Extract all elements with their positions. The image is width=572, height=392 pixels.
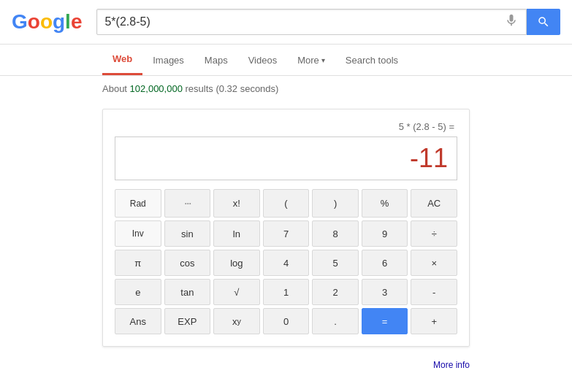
calculator-card: 5 * (2.8 - 5) = -11 Rad ··· x! ( ) % AC … [102, 109, 470, 347]
calc-btn-pi[interactable]: π [115, 250, 161, 276]
calc-btn-6[interactable]: 6 [362, 250, 408, 276]
calc-btn-menu[interactable]: ··· [164, 189, 211, 218]
calc-grid: Rad ··· x! ( ) % AC Inv sin ln 7 8 9 ÷ π… [115, 189, 457, 334]
chevron-down-icon: ▾ [321, 56, 325, 64]
calc-btn-sqrt[interactable]: √ [213, 279, 260, 305]
calc-btn-9[interactable]: 9 [362, 220, 408, 247]
google-logo[interactable]: G o o g l e [12, 10, 82, 34]
search-input[interactable] [104, 15, 498, 28]
more-info-link[interactable]: More info [0, 354, 572, 376]
logo-letter-o1: o [28, 10, 40, 34]
calc-expression: 5 * (2.8 - 5) = [115, 121, 457, 132]
calc-btn-8[interactable]: 8 [312, 220, 359, 247]
calc-btn-minus[interactable]: - [411, 279, 457, 305]
calc-btn-e[interactable]: e [115, 279, 161, 305]
calc-btn-7[interactable]: 7 [263, 220, 310, 247]
logo-letter-l: l [65, 10, 71, 34]
search-button[interactable] [527, 9, 560, 35]
calc-btn-exp[interactable]: EXP [164, 308, 211, 334]
more-label: More [297, 55, 319, 66]
logo-letter-g: G [12, 10, 28, 34]
calc-btn-inv[interactable]: Inv [115, 220, 161, 247]
microphone-icon[interactable] [504, 13, 519, 31]
tab-videos[interactable]: Videos [238, 46, 288, 74]
calc-btn-decimal[interactable]: . [312, 308, 359, 334]
tab-maps[interactable]: Maps [194, 46, 238, 74]
more-info-label: More info [433, 360, 470, 370]
calc-btn-power[interactable]: xy [213, 308, 260, 334]
calc-btn-tan[interactable]: tan [164, 279, 211, 305]
calc-btn-3[interactable]: 3 [362, 279, 408, 305]
results-count: 102,000,000 [130, 83, 183, 94]
tab-search-tools[interactable]: Search tools [335, 46, 408, 74]
calc-btn-divide[interactable]: ÷ [411, 220, 457, 247]
calc-btn-close-paren[interactable]: ) [312, 189, 359, 218]
nav-tabs: Web Images Maps Videos More ▾ Search too… [0, 45, 572, 76]
header: G o o g l e [0, 0, 572, 45]
calc-btn-ans[interactable]: Ans [115, 308, 161, 334]
results-info: About 102,000,000 results (0.32 seconds) [0, 76, 572, 101]
calc-btn-ln[interactable]: ln [213, 220, 260, 247]
calc-btn-0[interactable]: 0 [263, 308, 310, 334]
calc-btn-plus[interactable]: + [411, 308, 457, 334]
calc-btn-factorial[interactable]: x! [213, 189, 260, 218]
calc-btn-1[interactable]: 1 [263, 279, 310, 305]
logo-letter-e: e [71, 10, 83, 34]
logo-letter-o2: o [40, 10, 53, 34]
calc-btn-sin[interactable]: sin [164, 220, 211, 247]
tab-images[interactable]: Images [142, 46, 194, 74]
calc-btn-percent[interactable]: % [362, 189, 408, 218]
calc-result: -11 [410, 143, 448, 174]
results-text-prefix: About [102, 83, 130, 94]
tab-more[interactable]: More ▾ [287, 46, 335, 74]
results-text-suffix: results (0.32 seconds) [186, 83, 279, 94]
calc-btn-open-paren[interactable]: ( [263, 189, 310, 218]
search-bar [96, 9, 527, 35]
calc-btn-ac[interactable]: AC [411, 189, 457, 218]
logo-letter-g2: g [53, 10, 65, 34]
tab-web[interactable]: Web [102, 45, 142, 75]
calc-btn-rad[interactable]: Rad [115, 189, 161, 218]
calc-btn-cos[interactable]: cos [164, 250, 211, 276]
calc-btn-equals[interactable]: = [362, 308, 408, 334]
calc-btn-log[interactable]: log [213, 250, 260, 276]
calc-btn-multiply[interactable]: × [411, 250, 457, 276]
calc-btn-4[interactable]: 4 [263, 250, 310, 276]
calc-display: -11 [115, 137, 457, 180]
calc-btn-2[interactable]: 2 [312, 279, 359, 305]
calc-btn-5[interactable]: 5 [312, 250, 359, 276]
